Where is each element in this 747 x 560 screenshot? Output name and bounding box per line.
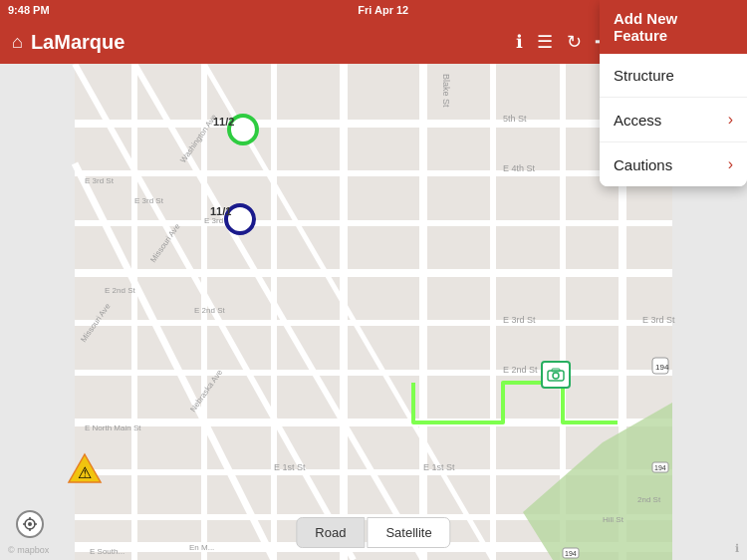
structure-label: Structure <box>614 67 674 84</box>
svg-text:E 3rd St: E 3rd St <box>85 176 115 185</box>
dropdown-structure-item[interactable]: Structure <box>600 54 747 98</box>
map-view-controls: Road Satellite <box>296 517 450 548</box>
home-icon: ⌂ <box>12 32 23 53</box>
marker-11-1-label: 11/1 <box>210 205 231 217</box>
svg-text:2nd St: 2nd St <box>637 495 661 504</box>
svg-text:194: 194 <box>655 363 669 372</box>
svg-text:194: 194 <box>565 550 577 557</box>
road-view-button[interactable]: Road <box>296 517 365 548</box>
info-icon[interactable]: ℹ <box>516 31 523 53</box>
app-title: LaMarque <box>31 31 508 54</box>
refresh-icon[interactable]: ↻ <box>567 31 582 53</box>
svg-text:E 1st St: E 1st St <box>423 462 455 472</box>
svg-text:5th St: 5th St <box>503 114 527 124</box>
marker-11-2-label: 11/2 <box>213 116 234 128</box>
svg-text:Blake St: Blake St <box>441 74 451 108</box>
svg-text:E 2nd St: E 2nd St <box>105 286 135 295</box>
location-marker[interactable] <box>16 510 44 538</box>
access-chevron-icon: › <box>728 111 733 129</box>
add-feature-dropdown: Add New Feature Structure Access › Cauti… <box>600 0 747 186</box>
svg-text:E North Main St: E North Main St <box>85 423 141 432</box>
svg-text:Hill St: Hill St <box>603 515 624 524</box>
svg-text:E 4th St: E 4th St <box>503 163 536 173</box>
list-icon[interactable]: ☰ <box>537 31 553 53</box>
status-date: Fri Apr 12 <box>358 4 408 16</box>
svg-text:En M...: En M... <box>189 543 214 552</box>
warning-icon: ⚠ <box>67 452 103 484</box>
marker-warning[interactable]: ⚠ <box>67 452 103 484</box>
svg-text:E 2nd St: E 2nd St <box>503 365 538 375</box>
svg-text:E 3rd St: E 3rd St <box>134 196 164 205</box>
svg-point-59 <box>28 522 32 526</box>
cautions-chevron-icon: › <box>728 155 733 173</box>
svg-text:E 2nd St: E 2nd St <box>194 306 225 315</box>
dropdown-access-item[interactable]: Access › <box>600 98 747 142</box>
svg-text:194: 194 <box>654 464 666 471</box>
svg-text:⚠: ⚠ <box>78 464 92 481</box>
svg-text:E 3rd St: E 3rd St <box>503 315 536 325</box>
marker-camera[interactable] <box>541 361 571 389</box>
location-icon <box>22 516 38 532</box>
svg-point-54 <box>553 373 559 379</box>
status-time: 9:48 PM <box>8 4 50 16</box>
mapbox-credit: © mapbox <box>8 545 49 555</box>
satellite-view-button[interactable]: Satellite <box>367 517 450 548</box>
svg-text:E South...: E South... <box>90 547 124 556</box>
svg-text:E 3rd St: E 3rd St <box>642 315 675 325</box>
access-label: Access <box>614 112 661 129</box>
dropdown-cautions-item[interactable]: Cautions › <box>600 142 747 186</box>
camera-icon <box>547 368 565 382</box>
cautions-label: Cautions <box>614 156 672 173</box>
marker-11-2[interactable]: 11/2 <box>227 114 259 145</box>
svg-text:E 1st St: E 1st St <box>274 462 306 472</box>
dropdown-header: Add New Feature <box>600 0 747 54</box>
map-info-icon[interactable]: ℹ <box>735 542 739 555</box>
marker-11-1[interactable]: 11/1 <box>224 203 256 235</box>
